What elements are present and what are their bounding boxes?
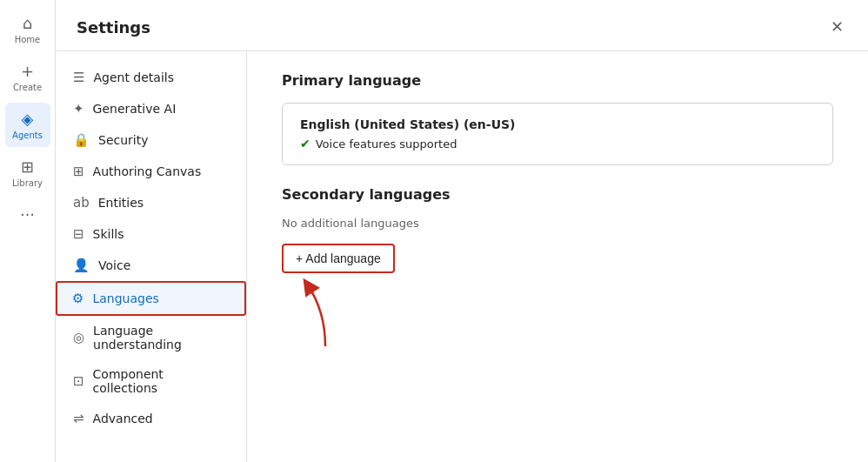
- agents-icon: ◈: [22, 110, 34, 128]
- generative-ai-icon: ✦: [73, 101, 84, 117]
- sidebar-item-entities[interactable]: ab Entities: [56, 187, 246, 218]
- secondary-languages-section: Secondary languages No additional langua…: [282, 186, 833, 273]
- sidebar-item-generative-ai[interactable]: ✦ Generative AI: [56, 93, 246, 124]
- settings-sidebar: ☰ Agent details ✦ Generative AI 🔒 Securi…: [56, 51, 247, 462]
- authoring-canvas-label: Authoring Canvas: [93, 164, 202, 178]
- voice-support-text: Voice features supported: [316, 137, 457, 151]
- languages-icon: ⚙: [72, 291, 83, 306]
- settings-title: Settings: [77, 18, 150, 37]
- language-understanding-label: Language understanding: [93, 324, 229, 352]
- nav-item-library[interactable]: ⊞ Library: [5, 151, 50, 195]
- library-icon: ⊞: [21, 157, 34, 176]
- check-icon: ✔: [300, 137, 310, 151]
- sidebar-item-component-collections[interactable]: ⊡ Component collections: [56, 359, 246, 403]
- library-label: Library: [12, 178, 43, 188]
- sidebar-item-language-understanding[interactable]: ◎ Language understanding: [56, 316, 246, 359]
- nav-item-home[interactable]: ⌂ Home: [5, 7, 50, 51]
- nav-more[interactable]: ···: [13, 198, 42, 231]
- agents-label: Agents: [12, 131, 43, 140]
- skills-label: Skills: [93, 227, 124, 241]
- add-language-button[interactable]: + Add language: [282, 244, 395, 273]
- component-collections-icon: ⊡: [73, 373, 84, 389]
- agent-details-label: Agent details: [93, 70, 174, 84]
- generative-ai-label: Generative AI: [93, 102, 177, 116]
- primary-language-title: Primary language: [282, 72, 833, 89]
- settings-content: Primary language English (United States)…: [247, 51, 868, 462]
- no-additional-languages-text: No additional languages: [282, 217, 833, 230]
- primary-language-name: English (United States) (en-US): [300, 117, 815, 131]
- security-label: Security: [98, 133, 149, 147]
- sidebar-item-skills[interactable]: ⊟ Skills: [56, 218, 246, 250]
- arrow-annotation: [299, 277, 351, 346]
- left-navigation: ⌂ Home + Create ◈ Agents ⊞ Library ···: [0, 0, 56, 462]
- languages-label: Languages: [92, 291, 158, 305]
- sidebar-item-authoring-canvas[interactable]: ⊞ Authoring Canvas: [56, 156, 246, 187]
- close-button[interactable]: ✕: [827, 14, 847, 40]
- add-language-container: + Add language: [282, 244, 395, 273]
- security-icon: 🔒: [73, 132, 90, 148]
- create-label: Create: [13, 83, 42, 92]
- secondary-languages-title: Secondary languages: [282, 186, 833, 203]
- home-icon: ⌂: [23, 14, 32, 32]
- voice-icon: 👤: [73, 258, 90, 273]
- nav-item-agents[interactable]: ◈ Agents: [5, 103, 50, 147]
- sidebar-item-security[interactable]: 🔒 Security: [56, 124, 246, 156]
- nav-item-create[interactable]: + Create: [5, 55, 50, 99]
- entities-icon: ab: [73, 195, 90, 211]
- voice-support-row: ✔ Voice features supported: [300, 137, 815, 151]
- settings-container: ☰ Agent details ✦ Generative AI 🔒 Securi…: [56, 51, 868, 462]
- authoring-canvas-icon: ⊞: [73, 164, 84, 179]
- entities-label: Entities: [98, 196, 144, 210]
- main-area: Settings ✕ ☰ Agent details ✦ Generative …: [56, 0, 868, 462]
- sidebar-item-advanced[interactable]: ⇌ Advanced: [56, 403, 246, 434]
- advanced-icon: ⇌: [73, 411, 84, 426]
- primary-language-card: English (United States) (en-US) ✔ Voice …: [282, 103, 833, 165]
- language-understanding-icon: ◎: [73, 330, 84, 345]
- agent-details-icon: ☰: [73, 70, 84, 85]
- component-collections-label: Component collections: [93, 367, 229, 395]
- sidebar-item-agent-details[interactable]: ☰ Agent details: [56, 62, 246, 93]
- home-label: Home: [15, 35, 41, 44]
- settings-header: Settings ✕: [56, 0, 868, 51]
- sidebar-item-languages[interactable]: ⚙ Languages: [56, 281, 246, 316]
- voice-label: Voice: [98, 258, 130, 272]
- sidebar-item-voice[interactable]: 👤 Voice: [56, 250, 246, 281]
- skills-icon: ⊟: [73, 226, 84, 242]
- advanced-label: Advanced: [93, 412, 153, 425]
- create-icon: +: [21, 62, 34, 80]
